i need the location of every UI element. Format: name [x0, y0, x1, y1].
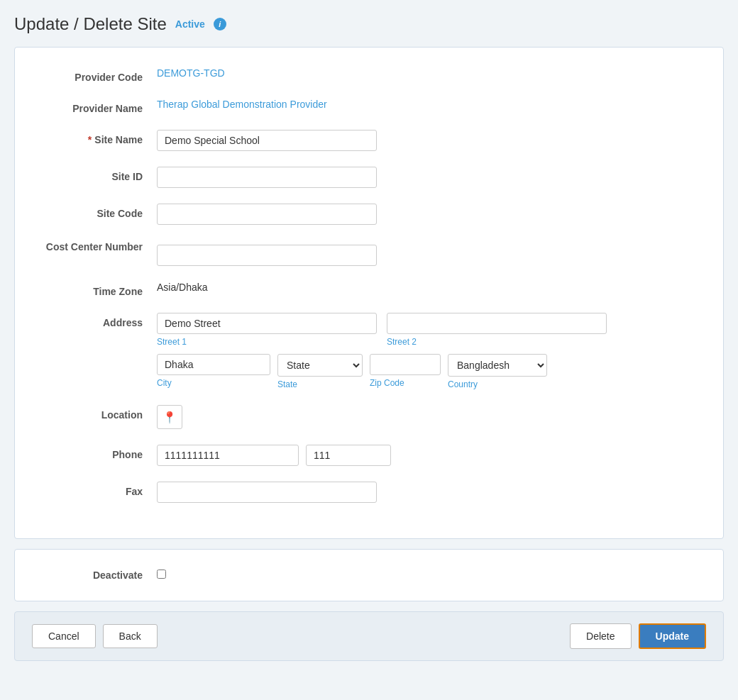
page-title: Update / Delete Site [14, 14, 167, 34]
site-code-row: Site Code [43, 204, 695, 225]
street1-input[interactable] [157, 313, 377, 334]
country-select[interactable]: Bangladesh United States India Other [448, 354, 547, 377]
provider-name-value[interactable]: Therap Global Demonstration Provider [157, 99, 327, 110]
footer-left: Cancel Back [32, 624, 158, 648]
address-row: Address Street 1 Street 2 [43, 313, 695, 389]
deactivate-row: Deactivate [43, 570, 695, 581]
timezone-row: Time Zone Asia/Dhaka [43, 282, 695, 297]
fax-label: Fax [43, 482, 157, 497]
street2-field: Street 2 [387, 313, 607, 347]
cancel-button[interactable]: Cancel [32, 624, 96, 648]
phone-inputs [157, 445, 695, 466]
zipcode-input[interactable] [370, 354, 441, 375]
update-button[interactable]: Update [639, 623, 706, 649]
site-code-input[interactable] [157, 204, 377, 225]
main-form-card: Provider Code DEMOTG-TGD Provider Name T… [14, 47, 724, 539]
site-name-label: *Site Name [43, 130, 157, 145]
street2-sublabel: Street 2 [387, 337, 607, 347]
site-name-input[interactable] [157, 130, 377, 151]
state-field: State Other State State [277, 354, 363, 389]
delete-button[interactable]: Delete [570, 623, 631, 649]
phone-ext-input[interactable] [306, 445, 391, 466]
location-row: Location 📍 [43, 405, 695, 429]
provider-code-value[interactable]: DEMOTG-TGD [157, 67, 225, 79]
city-field: City [157, 354, 270, 388]
required-marker: * [88, 134, 92, 145]
fax-row: Fax [43, 482, 695, 503]
site-id-input[interactable] [157, 167, 377, 188]
city-state-row: City State Other State State Zip Code [157, 354, 695, 389]
site-id-label: Site ID [43, 167, 157, 182]
street1-field: Street 1 [157, 313, 377, 347]
phone-row: Phone [43, 445, 695, 466]
zipcode-field: Zip Code [370, 354, 441, 388]
street2-input[interactable] [387, 313, 607, 334]
zipcode-sublabel: Zip Code [370, 378, 441, 388]
footer-bar: Cancel Back Delete Update [14, 611, 724, 661]
site-name-row: *Site Name [43, 130, 695, 151]
footer-right: Delete Update [570, 623, 706, 649]
provider-name-row: Provider Name Therap Global Demonstratio… [43, 99, 695, 114]
deactivate-card: Deactivate [14, 549, 724, 601]
timezone-label: Time Zone [43, 282, 157, 297]
page-header: Update / Delete Site Active i [14, 14, 724, 34]
provider-code-row: Provider Code DEMOTG-TGD [43, 67, 695, 83]
site-id-row: Site ID [43, 167, 695, 188]
site-code-label: Site Code [43, 204, 157, 219]
status-badge: Active [175, 18, 205, 30]
street-row: Street 1 Street 2 [157, 313, 695, 347]
back-button[interactable]: Back [103, 624, 158, 648]
country-field: Bangladesh United States India Other Cou… [448, 354, 547, 389]
cost-center-row: Cost Center Number [43, 240, 695, 266]
location-pin-icon: 📍 [163, 411, 177, 424]
deactivate-checkbox[interactable] [157, 570, 166, 579]
location-label: Location [43, 405, 157, 421]
deactivate-content [157, 570, 166, 581]
address-label: Address [43, 313, 157, 328]
provider-code-label: Provider Code [43, 67, 157, 83]
state-sublabel: State [277, 379, 363, 389]
country-sublabel: Country [448, 379, 547, 389]
timezone-value: Asia/Dhaka [157, 277, 208, 293]
city-sublabel: City [157, 378, 270, 388]
info-icon[interactable]: i [214, 18, 226, 30]
state-select[interactable]: State Other State [277, 354, 363, 377]
fax-input[interactable] [157, 482, 377, 503]
cost-center-label: Cost Center Number [43, 240, 157, 253]
city-input[interactable] [157, 354, 270, 375]
phone-label: Phone [43, 445, 157, 460]
phone-number-input[interactable] [157, 445, 299, 466]
location-pin-button[interactable]: 📍 [157, 405, 182, 429]
deactivate-label: Deactivate [43, 570, 157, 581]
provider-name-label: Provider Name [43, 99, 157, 114]
street1-sublabel: Street 1 [157, 337, 377, 347]
cost-center-input[interactable] [157, 245, 377, 266]
